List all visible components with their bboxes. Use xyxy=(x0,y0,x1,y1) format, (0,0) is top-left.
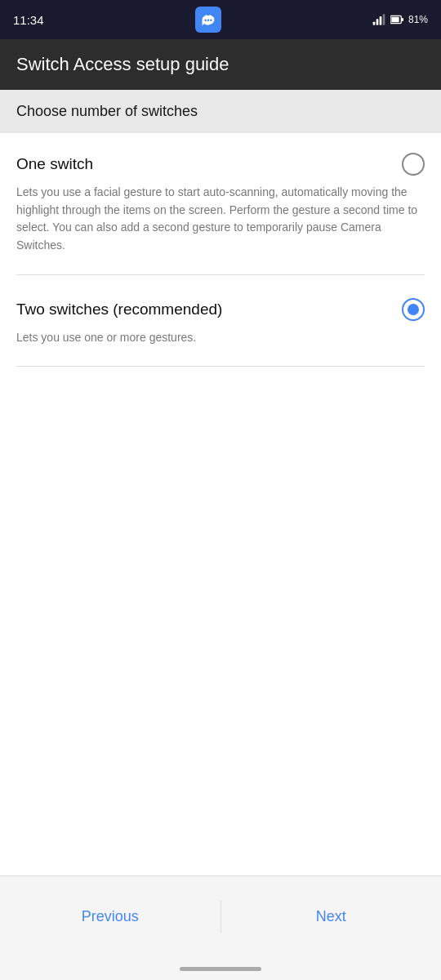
svg-rect-11 xyxy=(402,18,403,21)
divider-1 xyxy=(16,274,425,275)
home-bar xyxy=(180,967,261,971)
divider-2 xyxy=(16,366,425,367)
option-one-switch-header[interactable]: One switch xyxy=(16,153,425,176)
svg-rect-7 xyxy=(380,16,382,25)
svg-rect-8 xyxy=(383,14,385,24)
option-one-switch-label: One switch xyxy=(16,155,93,173)
radio-two-switches[interactable] xyxy=(402,298,425,321)
app-header: Switch Access setup guide xyxy=(0,39,441,90)
radio-one-switch[interactable] xyxy=(402,153,425,176)
status-bar: 11:34 81% xyxy=(0,0,441,39)
svg-point-3 xyxy=(207,20,210,22)
section-header: Choose number of switches xyxy=(0,90,441,133)
svg-rect-5 xyxy=(373,22,376,25)
bottom-navigation: Previous Next xyxy=(0,875,441,957)
option-two-switches-description: Lets you use one or more gestures. xyxy=(16,329,425,347)
option-one-switch-description: Lets you use a facial gesture to start a… xyxy=(16,184,425,255)
svg-point-4 xyxy=(210,20,212,22)
battery-percent: 81% xyxy=(408,14,428,25)
status-icons: 81% xyxy=(372,14,428,25)
option-two-switches-label: Two switches (recommended) xyxy=(16,301,222,318)
battery-icon xyxy=(390,14,403,25)
section-title: Choose number of switches xyxy=(16,103,198,119)
status-center xyxy=(195,7,221,33)
svg-rect-10 xyxy=(391,17,399,23)
home-indicator xyxy=(0,957,441,980)
option-two-switches[interactable]: Two switches (recommended) Lets you use … xyxy=(16,278,425,363)
next-button[interactable]: Next xyxy=(221,876,442,957)
status-time: 11:34 xyxy=(13,13,44,27)
content-area: One switch Lets you use a facial gesture… xyxy=(0,133,441,875)
app-notification-icon xyxy=(195,7,221,33)
svg-point-2 xyxy=(204,20,207,22)
option-two-switches-header[interactable]: Two switches (recommended) xyxy=(16,298,425,321)
radio-two-switches-fill xyxy=(408,304,419,315)
previous-button[interactable]: Previous xyxy=(0,876,220,957)
svg-rect-6 xyxy=(376,19,379,24)
signal-icon xyxy=(372,14,385,25)
option-one-switch[interactable]: One switch Lets you use a facial gesture… xyxy=(16,133,425,271)
app-title: Switch Access setup guide xyxy=(16,54,229,74)
